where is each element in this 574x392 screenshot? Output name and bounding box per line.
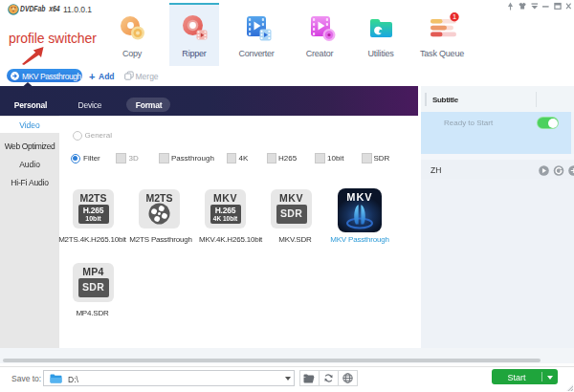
svg-text:1: 1 bbox=[453, 12, 456, 21]
